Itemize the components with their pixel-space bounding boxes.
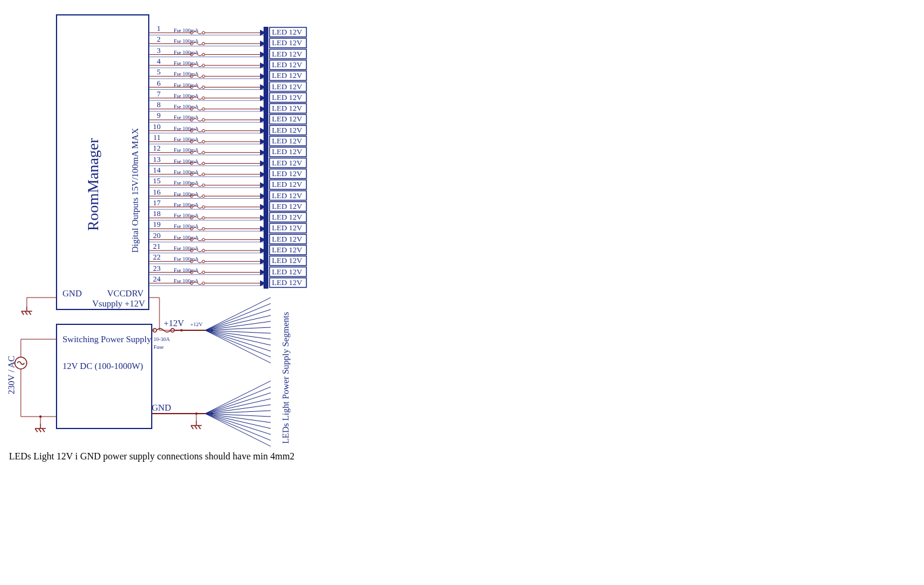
psu-ac-input: 230V / AC <box>7 339 57 432</box>
channel-pin-number: 9 <box>157 111 161 120</box>
channel-pin-number: 24 <box>153 274 161 283</box>
svg-line-127 <box>205 330 271 357</box>
channel-pin-number: 23 <box>153 264 161 273</box>
led-segment-label: LED 12V <box>272 267 303 276</box>
psu-bigfuse-label1: 10-30A <box>154 336 170 342</box>
led-segment-label: LED 12V <box>272 212 303 221</box>
led-segment-label: LED 12V <box>272 38 303 47</box>
svg-line-119 <box>205 309 271 330</box>
led-segment-label: LED 12V <box>272 191 303 200</box>
led-segment-label: LED 12V <box>272 180 303 189</box>
footnote: LEDs Light 12V i GND power supply connec… <box>9 451 295 462</box>
channel-pin-number: 13 <box>153 155 161 164</box>
svg-line-138 <box>205 414 271 434</box>
roommanager-block: RoomManager Digital Outputs 15V/100mA MA… <box>57 15 149 309</box>
psu-spec: 12V DC (100-1000W) <box>62 361 143 371</box>
psu-title: Switching Power Supply <box>62 334 152 344</box>
psu-gnd-label: GND <box>152 403 171 412</box>
channel-pin-number: 8 <box>157 100 161 109</box>
svg-line-118 <box>205 304 271 330</box>
channel-pin-number: 20 <box>153 231 161 240</box>
led-segment-label: LED 12V <box>272 82 303 91</box>
digital-outputs-label: Digital Outputs 15V/100mA MAX <box>130 128 140 253</box>
channel-pin-number: 2 <box>157 35 161 43</box>
rm-gnd-label: GND <box>62 289 82 298</box>
psu-12v-rays <box>205 298 271 363</box>
svg-line-130 <box>205 387 271 414</box>
psu-12v-label: +12V <box>164 318 184 328</box>
channel-pin-number: 12 <box>153 143 161 152</box>
led-segment-label: LED 12V <box>272 136 303 145</box>
led-segment-label: LED 12V <box>272 234 303 243</box>
segments-label: LEDs Light Power Supply Segments <box>281 312 290 444</box>
psu-ac-label: 230V / AC <box>7 356 16 395</box>
led-segment-label: LED 12V <box>272 278 303 287</box>
channel-pin-number: 7 <box>157 89 161 98</box>
channel-pin-number: 6 <box>157 79 161 87</box>
led-segment-label: LED 12V <box>272 27 303 36</box>
led-segment-label: LED 12V <box>272 71 303 80</box>
channel-pin-number: 3 <box>157 46 161 55</box>
psu-block: Switching Power Supply 12V DC (100-1000W… <box>57 324 152 428</box>
led-segment-label: LED 12V <box>272 223 303 232</box>
channel-row: 1Fse 100mALED 12V <box>149 24 306 37</box>
output-channels: 1Fse 100mALED 12V2Fse 100mALED 12V3Fse 1… <box>149 24 306 287</box>
psu-gnd-output: GND <box>152 403 205 429</box>
led-segment-label: LED 12V <box>272 60 303 69</box>
channel-pin-number: 17 <box>153 198 161 207</box>
channel-pin-number: 4 <box>157 57 161 65</box>
svg-line-117 <box>205 298 271 330</box>
svg-line-128 <box>205 330 271 363</box>
roommanager-title: RoomManager <box>84 138 102 231</box>
led-segment-label: LED 12V <box>272 114 303 123</box>
led-segment-label: LED 12V <box>272 49 303 58</box>
led-segment-label: LED 12V <box>272 93 303 102</box>
psu-gnd-rays <box>205 381 271 446</box>
channel-pin-number: 16 <box>153 187 161 196</box>
led-segment-label: LED 12V <box>272 202 303 211</box>
channel-pin-number: 5 <box>157 67 161 76</box>
led-segment-label: LED 12V <box>272 126 303 134</box>
channel-pin-number: 11 <box>153 133 161 142</box>
svg-line-126 <box>205 330 271 351</box>
rm-vccdrv-label: VCCDRV <box>107 289 143 298</box>
rm-vsupply-label: Vsupply +12V <box>92 299 145 308</box>
svg-point-116 <box>195 412 198 415</box>
channel-pin-number: 19 <box>153 220 161 229</box>
psu-bigfuse-label2: Fuse <box>154 344 164 350</box>
svg-line-129 <box>205 381 271 414</box>
svg-point-111 <box>39 415 42 418</box>
led-segment-label: LED 12V <box>272 158 303 167</box>
led-segment-label: LED 12V <box>272 147 303 156</box>
channel-pin-number: 1 <box>157 24 161 33</box>
led-segment-label: LED 12V <box>272 245 303 254</box>
svg-line-131 <box>205 393 271 414</box>
rm-gnd-net <box>21 298 57 315</box>
channel-pin-number: 15 <box>153 176 161 185</box>
led-segment-label: LED 12V <box>272 169 303 178</box>
channel-pin-number: 21 <box>153 242 161 251</box>
channel-pin-number: 14 <box>153 165 161 174</box>
psu-12v-small: +12V <box>190 321 203 327</box>
led-segment-label: LED 12V <box>272 256 303 265</box>
svg-line-139 <box>205 414 271 440</box>
channel-pin-number: 22 <box>153 252 161 261</box>
led-segment-label: LED 12V <box>272 104 303 112</box>
svg-line-140 <box>205 414 271 446</box>
channel-pin-number: 18 <box>153 209 161 218</box>
channel-pin-number: 10 <box>153 122 161 131</box>
